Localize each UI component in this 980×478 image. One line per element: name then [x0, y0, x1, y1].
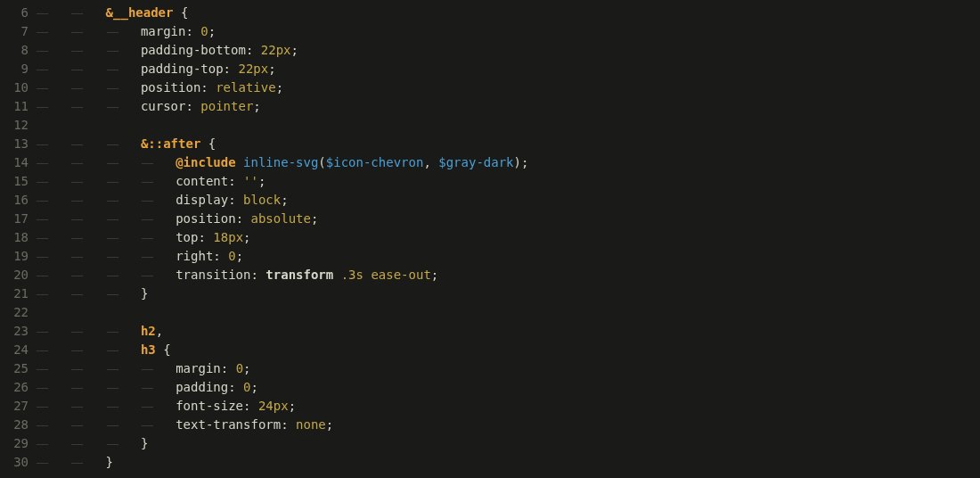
- line-number: 22: [0, 303, 29, 322]
- token: :: [236, 210, 251, 228]
- token: s: [356, 266, 363, 284]
- line-number: 18: [0, 228, 29, 247]
- token: h3: [141, 341, 156, 359]
- line-number: 26: [0, 378, 29, 397]
- line-number: 10: [0, 78, 29, 97]
- token: :: [246, 41, 261, 60]
- code-editor[interactable]: 6789101112131415161718192021222324252627…: [0, 0, 980, 478]
- token: ;: [243, 359, 250, 378]
- token: &__header: [106, 4, 174, 22]
- token: [156, 341, 163, 359]
- line-number: 13: [0, 135, 29, 153]
- code-line[interactable]: ⸻ ⸻ ⸻ cursor: pointer;: [36, 97, 980, 116]
- line-number: 19: [0, 247, 29, 266]
- token: content: [176, 172, 228, 191]
- code-line[interactable]: ⸻ ⸻ ⸻ ⸻ top: 18px;: [36, 228, 980, 247]
- code-line[interactable]: ⸻ ⸻ ⸻ ⸻ right: 0;: [36, 247, 980, 266]
- code-line[interactable]: ⸻ ⸻ ⸻ padding-top: 22px;: [36, 60, 980, 78]
- token: 22: [238, 60, 253, 78]
- token: [173, 4, 180, 22]
- token: }: [141, 284, 148, 303]
- code-line[interactable]: ⸻ ⸻ ⸻ margin: 0;: [36, 22, 980, 41]
- token: :: [228, 378, 243, 397]
- token: {: [163, 341, 170, 359]
- token: ;: [290, 41, 298, 60]
- code-line[interactable]: ⸻ ⸻ ⸻ }: [36, 284, 980, 303]
- code-line[interactable]: ⸻ ⸻ ⸻ ⸻ font-size: 24px;: [36, 397, 980, 416]
- token: ;: [326, 416, 333, 434]
- code-line[interactable]: ⸻ ⸻ ⸻ ⸻ text-transform: none;: [36, 416, 980, 434]
- token: h2: [141, 322, 156, 341]
- token: font-size: [176, 397, 243, 416]
- token: ;: [521, 153, 528, 172]
- token: :: [221, 359, 236, 378]
- token: padding-bottom: [141, 41, 246, 60]
- token: margin: [141, 22, 186, 41]
- code-line[interactable]: ⸻ ⸻ ⸻ ⸻ transition: transform .3s ease-o…: [36, 266, 980, 284]
- token: :: [224, 60, 239, 78]
- token: ;: [243, 228, 250, 247]
- line-number: 30: [0, 453, 29, 472]
- code-line[interactable]: ⸻ ⸻ ⸻ ⸻ @include inline-svg($icon-chevro…: [36, 153, 980, 172]
- token: after: [163, 135, 200, 153]
- code-line[interactable]: ⸻ ⸻ &__header {: [36, 4, 980, 22]
- line-number: 15: [0, 172, 29, 191]
- token: padding: [176, 378, 228, 397]
- code-line[interactable]: ⸻ ⸻ ⸻ &::after {: [36, 135, 980, 153]
- code-line[interactable]: ⸻ ⸻ ⸻ ⸻ content: '';: [36, 172, 980, 191]
- line-number: 24: [0, 341, 29, 359]
- code-line[interactable]: ⸻ ⸻ ⸻ ⸻ margin: 0;: [36, 359, 980, 378]
- token: block: [243, 191, 281, 210]
- token: ;: [431, 266, 438, 284]
- code-line[interactable]: ⸻ ⸻ }: [36, 453, 980, 472]
- token: .3: [341, 266, 356, 284]
- token: :: [200, 78, 216, 97]
- token: $gray-dark: [438, 153, 513, 172]
- token: ;: [268, 60, 275, 78]
- token: text-transform: [176, 416, 281, 434]
- token: none: [296, 416, 326, 434]
- token: {: [208, 135, 216, 153]
- token: ease-out: [371, 266, 430, 284]
- code-area[interactable]: ⸻ ⸻ &__header {⸻ ⸻ ⸻ margin: 0;⸻ ⸻ ⸻ pad…: [36, 0, 980, 478]
- token: :: [250, 266, 265, 284]
- code-line[interactable]: ⸻ ⸻ ⸻ ⸻ position: absolute;: [36, 210, 980, 228]
- token: :: [185, 97, 200, 116]
- token: &::: [141, 135, 163, 153]
- token: position: [176, 210, 235, 228]
- line-number: 27: [0, 397, 29, 416]
- token: ,: [423, 153, 438, 172]
- token: transition: [176, 266, 250, 284]
- token: cursor: [141, 97, 186, 116]
- token: px: [253, 60, 268, 78]
- code-line[interactable]: [36, 303, 980, 322]
- token: display: [176, 191, 228, 210]
- code-line[interactable]: ⸻ ⸻ ⸻ position: relative;: [36, 78, 980, 97]
- token: }: [141, 434, 148, 453]
- code-line[interactable]: [36, 116, 980, 135]
- line-number: 25: [0, 359, 29, 378]
- line-number: 12: [0, 116, 29, 135]
- code-line[interactable]: ⸻ ⸻ ⸻ ⸻ display: block;: [36, 191, 980, 210]
- token: relative: [216, 78, 275, 97]
- token: :: [228, 191, 243, 210]
- token: 0: [236, 359, 243, 378]
- line-number: 21: [0, 284, 29, 303]
- line-number: 23: [0, 322, 29, 341]
- token: px: [228, 228, 243, 247]
- token: :: [185, 22, 200, 41]
- token: 0: [228, 247, 235, 266]
- token: ;: [276, 78, 283, 97]
- code-line[interactable]: ⸻ ⸻ ⸻ padding-bottom: 22px;: [36, 41, 980, 60]
- token: ,: [156, 322, 163, 341]
- line-number: 9: [0, 60, 29, 78]
- token: position: [141, 78, 200, 97]
- line-number: 14: [0, 153, 29, 172]
- token: 0: [243, 378, 250, 397]
- code-line[interactable]: ⸻ ⸻ ⸻ h3 {: [36, 341, 980, 359]
- code-line[interactable]: ⸻ ⸻ ⸻ h2,: [36, 322, 980, 341]
- token: ;: [311, 210, 318, 228]
- line-number: 16: [0, 191, 29, 210]
- code-line[interactable]: ⸻ ⸻ ⸻ }: [36, 434, 980, 453]
- code-line[interactable]: ⸻ ⸻ ⸻ ⸻ padding: 0;: [36, 378, 980, 397]
